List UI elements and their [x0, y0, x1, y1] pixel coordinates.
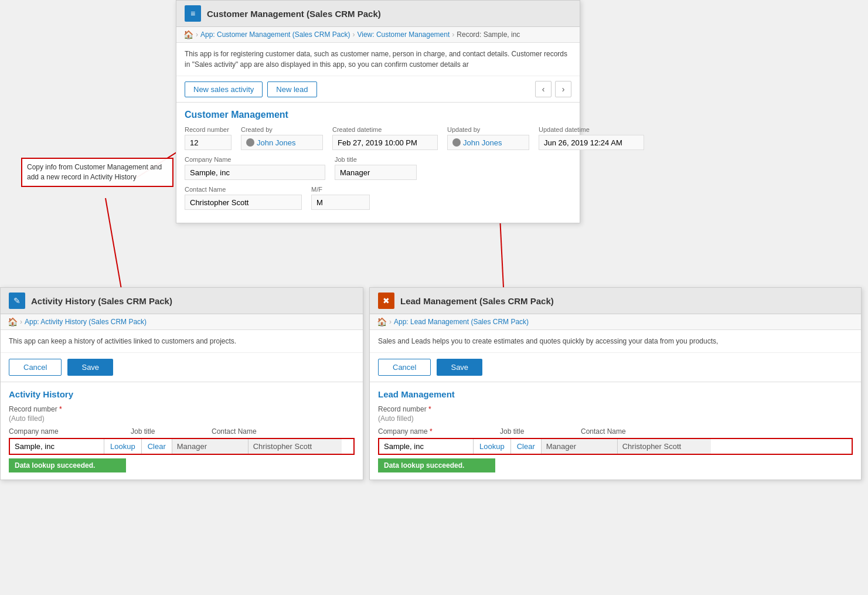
lead-management-actions: Cancel Save	[370, 353, 861, 382]
created-datetime-value: Feb 27, 2019 10:00 PM	[332, 135, 438, 150]
breadcrumb-app[interactable]: App: Customer Management (Sales CRM Pack…	[200, 30, 350, 39]
lm-lookup-button[interactable]: Lookup	[473, 439, 511, 454]
lm-company-name-input[interactable]	[379, 439, 473, 454]
lm-company-required: *	[430, 427, 433, 436]
lead-management-panel: ✖ Lead Management (Sales CRM Pack) 🏠 › A…	[369, 287, 862, 480]
updated-by-label: Updated by	[447, 126, 529, 133]
created-by-name: John Jones	[257, 138, 296, 147]
lm-form-title: Lead Management	[378, 389, 853, 399]
created-by-value: John Jones	[241, 135, 323, 150]
svg-line-1	[105, 198, 123, 299]
field-contact-name: Contact Name Christopher Scott	[185, 186, 302, 210]
lead-management-form: Lead Management Record number * (Auto fi…	[370, 382, 861, 480]
ah-record-number-required: *	[59, 405, 62, 413]
ah-company-name-input[interactable]	[10, 439, 104, 454]
breadcrumb-home-icon[interactable]: 🏠	[183, 30, 193, 39]
field-updated-by: Updated by John Jones	[447, 126, 529, 150]
contact-name-label: Contact Name	[185, 186, 302, 193]
lm-company-name-label: Company name *	[378, 427, 495, 436]
lead-management-header: ✖ Lead Management (Sales CRM Pack)	[370, 288, 861, 314]
customer-management-title: Customer Management (Sales CRM Pack)	[207, 9, 381, 19]
ah-job-title-label: Job title	[131, 427, 207, 436]
ah-record-number-label: Record number *	[9, 405, 355, 413]
customer-management-panel: ≡ Customer Management (Sales CRM Pack) 🏠…	[176, 0, 580, 223]
lead-management-description: Sales and Leads helps you to create esti…	[370, 330, 861, 353]
form-row-contact: Contact Name Christopher Scott M/F M	[185, 186, 571, 210]
field-updated-datetime: Updated datetime Jun 26, 2019 12:24 AM	[539, 126, 644, 150]
lm-breadcrumb-app[interactable]: App: Lead Management (Sales CRM Pack)	[394, 318, 529, 326]
lm-save-button[interactable]: Save	[437, 359, 482, 376]
activity-history-form: Activity History Record number * (Auto f…	[1, 382, 363, 480]
ah-job-title-readonly: Manager	[172, 439, 248, 454]
ah-clear-button[interactable]: Clear	[142, 439, 172, 454]
updated-by-value: John Jones	[447, 135, 529, 150]
annotation-activity-history: Copy info from Customer Management and a…	[21, 158, 173, 187]
customer-management-header: ≡ Customer Management (Sales CRM Pack)	[176, 1, 580, 27]
ah-form-title: Activity History	[9, 389, 355, 399]
ah-breadcrumb-home[interactable]: 🏠	[8, 317, 18, 327]
updated-by-avatar	[452, 138, 461, 147]
breadcrumb-record: Record: Sample, inc	[457, 30, 520, 39]
breadcrumb-view[interactable]: View: Customer Management	[357, 30, 450, 39]
updated-by-name: John Jones	[463, 138, 502, 147]
lm-success-banner: Data lookup succeeded.	[378, 458, 495, 472]
annotation-activity-history-text: Copy info from Customer Management and a…	[27, 163, 162, 181]
ah-lookup-button[interactable]: Lookup	[104, 439, 142, 454]
ah-company-name-label: Company name	[9, 427, 126, 436]
ah-auto-filled: (Auto filled)	[9, 414, 355, 423]
field-record-number: Record number 12	[185, 126, 232, 150]
ah-contact-name-label: Contact Name	[212, 427, 257, 436]
field-created-by: Created by John Jones	[241, 126, 323, 150]
field-mf: M/F M	[311, 186, 370, 210]
new-lead-button[interactable]: New lead	[267, 81, 316, 97]
updated-datetime-value: Jun 26, 2019 12:24 AM	[539, 135, 644, 150]
lm-lookup-labels: Company name * Job title Contact Name	[378, 427, 853, 436]
prev-arrow[interactable]: ‹	[535, 81, 552, 97]
company-name-value: Sample, inc	[185, 165, 325, 180]
ah-breadcrumb-app[interactable]: App: Activity History (Sales CRM Pack)	[25, 318, 147, 326]
mf-value: M	[311, 195, 370, 210]
created-by-avatar	[246, 138, 254, 147]
lm-auto-filled: (Auto filled)	[378, 414, 853, 423]
lead-management-icon: ✖	[378, 293, 394, 309]
mf-label: M/F	[311, 186, 370, 193]
record-number-label: Record number	[185, 126, 232, 133]
activity-history-breadcrumb: 🏠 › App: Activity History (Sales CRM Pac…	[1, 314, 363, 330]
lm-job-title-label: Job title	[500, 427, 576, 436]
lm-clear-button[interactable]: Clear	[511, 439, 541, 454]
created-by-label: Created by	[241, 126, 323, 133]
customer-management-icon: ≡	[185, 5, 201, 22]
record-number-value: 12	[185, 135, 232, 150]
company-name-label: Company Name	[185, 156, 325, 163]
created-datetime-label: Created datetime	[332, 126, 438, 133]
ah-contact-name-readonly: Christopher Scott	[248, 439, 342, 454]
lm-breadcrumb-home[interactable]: 🏠	[377, 317, 387, 327]
activity-history-icon: ✎	[9, 293, 25, 309]
nav-arrows: ‹ ›	[535, 81, 571, 97]
lm-contact-name-label: Contact Name	[581, 427, 626, 436]
lm-job-title-readonly: Manager	[541, 439, 617, 454]
field-company-name: Company Name Sample, inc	[185, 156, 325, 180]
lm-record-number-label: Record number *	[378, 405, 853, 413]
activity-history-title: Activity History (Sales CRM Pack)	[31, 296, 172, 306]
next-arrow[interactable]: ›	[555, 81, 571, 97]
new-sales-activity-button[interactable]: New sales activity	[185, 81, 263, 97]
activity-history-header: ✎ Activity History (Sales CRM Pack)	[1, 288, 363, 314]
ah-cancel-button[interactable]: Cancel	[9, 359, 62, 376]
lead-management-breadcrumb: 🏠 › App: Lead Management (Sales CRM Pack…	[370, 314, 861, 330]
job-title-label: Job title	[335, 156, 417, 163]
activity-history-actions: Cancel Save	[1, 353, 363, 382]
ah-success-banner: Data lookup succeeded.	[9, 458, 126, 472]
form-row-meta: Record number 12 Created by John Jones C…	[185, 126, 571, 150]
ah-lookup-labels: Company name Job title Contact Name	[9, 427, 355, 436]
lm-record-number-required: *	[428, 405, 431, 413]
lead-management-title: Lead Management (Sales CRM Pack)	[400, 296, 554, 306]
field-job-title: Job title Manager	[335, 156, 417, 180]
lm-lookup-row: Lookup Clear Manager Christopher Scott	[378, 438, 853, 455]
lm-cancel-button[interactable]: Cancel	[378, 359, 431, 376]
ah-save-button[interactable]: Save	[67, 359, 113, 376]
contact-name-value: Christopher Scott	[185, 195, 302, 210]
activity-history-panel: ✎ Activity History (Sales CRM Pack) 🏠 › …	[0, 287, 363, 480]
job-title-value: Manager	[335, 165, 417, 180]
customer-management-description: This app is for registering customer dat…	[176, 43, 580, 76]
